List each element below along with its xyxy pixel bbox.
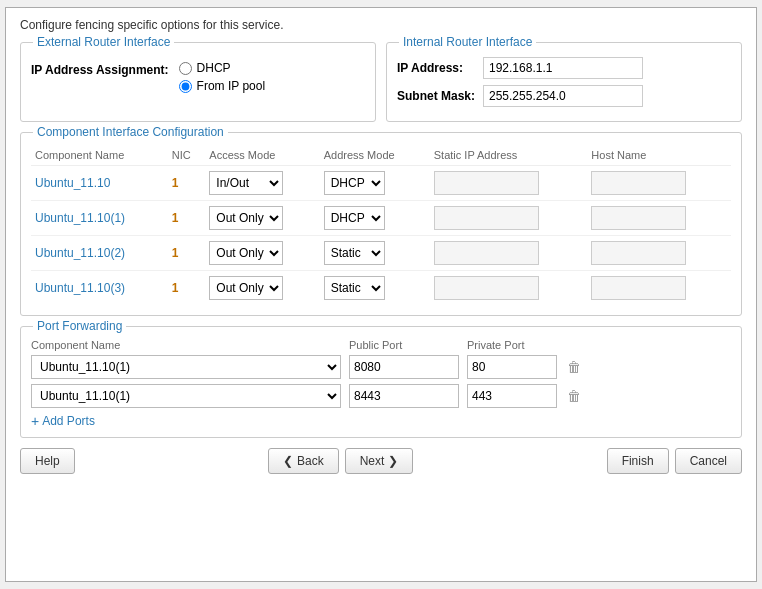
address-mode-select-1[interactable]: DHCPStatic: [324, 206, 385, 230]
pf-row: Ubuntu_11.10Ubuntu_11.10(1)Ubuntu_11.10(…: [31, 355, 731, 379]
ip-address-input[interactable]: [483, 57, 643, 79]
pf-private-port-1[interactable]: [467, 384, 557, 408]
add-ports-button[interactable]: + Add Ports: [31, 413, 731, 429]
ip-address-label: IP Address:: [397, 61, 475, 75]
next-chevron-icon: ❯: [388, 454, 398, 468]
from-ip-pool-label: From IP pool: [197, 79, 265, 93]
pf-headers: Component Name Public Port Private Port: [31, 339, 731, 351]
table-row: Ubuntu_11.10(1)1In/OutOut OnlyIn OnlyDHC…: [31, 201, 731, 236]
dhcp-radio-row: DHCP: [179, 61, 265, 75]
footer-right: Finish Cancel: [607, 448, 742, 474]
comp-name-2: Ubuntu_11.10(2): [35, 246, 125, 260]
ip-assignment-label: IP Address Assignment:: [31, 61, 169, 77]
next-label: Next: [360, 454, 385, 468]
ip-assignment-row: IP Address Assignment: DHCP From IP pool: [31, 61, 365, 93]
comp-name-3: Ubuntu_11.10(3): [35, 281, 125, 295]
from-ip-pool-radio-row: From IP pool: [179, 79, 265, 93]
address-mode-select-0[interactable]: DHCPStatic: [324, 171, 385, 195]
comp-name-1: Ubuntu_11.10(1): [35, 211, 125, 225]
access-mode-select-2[interactable]: In/OutOut OnlyIn Only: [209, 241, 283, 265]
nic-badge-3: 1: [172, 281, 179, 295]
th-nic: NIC: [168, 145, 206, 166]
comp-name-0: Ubuntu_11.10: [35, 176, 110, 190]
pf-delete-0[interactable]: 🗑: [567, 359, 581, 375]
address-mode-select-3[interactable]: DHCPStatic: [324, 276, 385, 300]
footer-buttons: Help ❮ Back Next ❯ Finish Cancel: [20, 448, 742, 474]
table-row: Ubuntu_11.10(3)1In/OutOut OnlyIn OnlyDHC…: [31, 271, 731, 306]
pf-row: Ubuntu_11.10Ubuntu_11.10(1)Ubuntu_11.10(…: [31, 384, 731, 408]
access-mode-select-0[interactable]: In/OutOut OnlyIn Only: [209, 171, 283, 195]
dhcp-radio[interactable]: [179, 62, 192, 75]
pf-comp-select-0[interactable]: Ubuntu_11.10Ubuntu_11.10(1)Ubuntu_11.10(…: [31, 355, 341, 379]
internal-router-section: Internal Router Interface IP Address: Su…: [386, 42, 742, 122]
th-host-name: Host Name: [587, 145, 731, 166]
component-table-header: Component Name NIC Access Mode Address M…: [31, 145, 731, 166]
footer-center: ❮ Back Next ❯: [268, 448, 413, 474]
pf-comp-select-1[interactable]: Ubuntu_11.10Ubuntu_11.10(1)Ubuntu_11.10(…: [31, 384, 341, 408]
port-forwarding-section: Port Forwarding Component Name Public Po…: [20, 326, 742, 438]
pf-rows-container: Ubuntu_11.10Ubuntu_11.10(1)Ubuntu_11.10(…: [31, 355, 731, 408]
host-name-input-2[interactable]: [591, 241, 686, 265]
th-static-ip: Static IP Address: [430, 145, 588, 166]
subnet-mask-input[interactable]: [483, 85, 643, 107]
ip-assignment-options: DHCP From IP pool: [179, 61, 265, 93]
component-interface-section: Component Interface Configuration Compon…: [20, 132, 742, 316]
address-mode-select-2[interactable]: DHCPStatic: [324, 241, 385, 265]
from-ip-pool-radio[interactable]: [179, 80, 192, 93]
th-address-mode: Address Mode: [320, 145, 430, 166]
th-component-name: Component Name: [31, 145, 168, 166]
port-forwarding-legend: Port Forwarding: [33, 319, 126, 333]
external-router-section: External Router Interface IP Address Ass…: [20, 42, 376, 122]
nic-badge-0: 1: [172, 176, 179, 190]
component-legend: Component Interface Configuration: [33, 125, 228, 139]
top-sections: External Router Interface IP Address Ass…: [20, 42, 742, 122]
subnet-mask-label: Subnet Mask:: [397, 89, 475, 103]
host-name-input-3[interactable]: [591, 276, 686, 300]
nic-badge-2: 1: [172, 246, 179, 260]
dialog-title: Configure fencing specific options for t…: [20, 18, 742, 32]
component-table: Component Name NIC Access Mode Address M…: [31, 145, 731, 305]
pf-public-port-1[interactable]: [349, 384, 459, 408]
help-button[interactable]: Help: [20, 448, 75, 474]
nic-badge-1: 1: [172, 211, 179, 225]
host-name-input-1[interactable]: [591, 206, 686, 230]
footer-left: Help: [20, 448, 75, 474]
th-access-mode: Access Mode: [205, 145, 319, 166]
pf-public-port-0[interactable]: [349, 355, 459, 379]
table-row: Ubuntu_11.101In/OutOut OnlyIn OnlyDHCPSt…: [31, 166, 731, 201]
next-button[interactable]: Next ❯: [345, 448, 414, 474]
static-ip-input-3[interactable]: [434, 276, 539, 300]
static-ip-input-2[interactable]: [434, 241, 539, 265]
pf-private-port-0[interactable]: [467, 355, 557, 379]
static-ip-input-1[interactable]: [434, 206, 539, 230]
pf-header-public: Public Port: [349, 339, 459, 351]
static-ip-input-0[interactable]: [434, 171, 539, 195]
int-router-legend: Internal Router Interface: [399, 35, 536, 49]
cancel-button[interactable]: Cancel: [675, 448, 742, 474]
back-label: Back: [297, 454, 324, 468]
main-dialog: Configure fencing specific options for t…: [5, 7, 757, 582]
ext-router-legend: External Router Interface: [33, 35, 174, 49]
host-name-input-0[interactable]: [591, 171, 686, 195]
finish-button[interactable]: Finish: [607, 448, 669, 474]
access-mode-select-3[interactable]: In/OutOut OnlyIn Only: [209, 276, 283, 300]
back-button[interactable]: ❮ Back: [268, 448, 339, 474]
access-mode-select-1[interactable]: In/OutOut OnlyIn Only: [209, 206, 283, 230]
pf-header-component: Component Name: [31, 339, 341, 351]
table-row: Ubuntu_11.10(2)1In/OutOut OnlyIn OnlyDHC…: [31, 236, 731, 271]
back-chevron-icon: ❮: [283, 454, 293, 468]
pf-header-private: Private Port: [467, 339, 567, 351]
add-ports-icon: +: [31, 413, 39, 429]
pf-delete-1[interactable]: 🗑: [567, 388, 581, 404]
add-ports-label: Add Ports: [42, 414, 95, 428]
int-router-fields: IP Address: Subnet Mask:: [397, 57, 731, 107]
dhcp-label: DHCP: [197, 61, 231, 75]
